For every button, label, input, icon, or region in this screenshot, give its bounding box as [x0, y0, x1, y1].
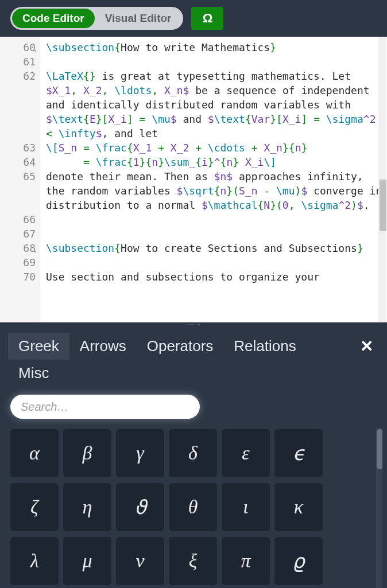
symbol-button[interactable]: α — [10, 429, 59, 477]
symbol-button[interactable]: κ — [274, 483, 323, 531]
code-line[interactable]: \subsection{How to create Sections and S… — [46, 241, 384, 255]
symbol-button[interactable]: ε — [222, 429, 270, 477]
line-number: 66 — [0, 212, 36, 227]
split-drag-handle[interactable]: ┈┈┈ — [0, 322, 387, 327]
symbol-button[interactable]: ν — [116, 537, 164, 585]
symbol-button[interactable]: δ — [169, 429, 217, 477]
palette-tab-greek[interactable]: Greek — [8, 333, 69, 360]
symbol-button[interactable]: ξ — [169, 537, 217, 585]
symbol-button[interactable]: η — [63, 483, 111, 531]
code-line[interactable]: denote their mean. Then as $n$ approache… — [46, 169, 384, 212]
line-number: 69 — [0, 255, 36, 270]
code-editor-tab[interactable]: Code Editor — [12, 9, 95, 28]
symbol-button[interactable]: ϵ — [274, 429, 323, 477]
symbol-button[interactable]: θ — [169, 483, 217, 531]
palette-tab-misc[interactable]: Misc — [8, 360, 59, 387]
line-number: 65 — [0, 169, 36, 212]
line-number: 67 — [0, 227, 36, 241]
palette-search-input[interactable] — [10, 395, 200, 419]
line-number: 61 — [0, 54, 36, 69]
symbol-button[interactable]: β — [63, 429, 111, 477]
palette-tab-operators[interactable]: Operators — [137, 333, 224, 360]
symbol-button[interactable]: ι — [222, 483, 270, 531]
palette-tab-arrows[interactable]: Arrows — [69, 333, 137, 360]
code-line[interactable] — [46, 227, 384, 241]
editor-scrollbar-thumb[interactable] — [380, 180, 386, 231]
symbol-button[interactable]: ϱ — [274, 537, 323, 585]
symbol-button[interactable]: ζ — [10, 483, 59, 531]
code-area[interactable]: \subsection{How to write Mathematics} \L… — [40, 37, 387, 322]
code-line[interactable]: = \frac{1}{n}\sum_{i}^{n} X_i\] — [46, 155, 384, 169]
visual-editor-tab[interactable]: Visual Editor — [95, 9, 182, 28]
palette-tabs-row: GreekArrowsOperatorsRelations✕Misc — [8, 333, 379, 387]
top-toolbar: Code Editor Visual Editor Ω — [0, 0, 387, 37]
code-line[interactable] — [46, 54, 384, 69]
code-line[interactable] — [46, 255, 384, 270]
symbol-button[interactable]: μ — [63, 537, 111, 585]
editor-mode-toggle: Code Editor Visual Editor — [10, 7, 183, 30]
line-number-gutter: 6061626364656667686970 — [0, 37, 40, 322]
code-line[interactable]: Use section and subsections to organize … — [46, 270, 384, 284]
line-number: 60 — [0, 40, 36, 54]
palette-close-button[interactable]: ✕ — [354, 334, 379, 358]
line-number: 63 — [0, 141, 36, 155]
editor-scrollbar-track[interactable] — [378, 37, 386, 322]
code-editor[interactable]: 6061626364656667686970 \subsection{How t… — [0, 37, 387, 322]
line-number: 70 — [0, 270, 36, 284]
symbol-button[interactable]: λ — [10, 537, 59, 585]
symbol-button[interactable]: γ — [116, 429, 164, 477]
palette-scrollbar-thumb[interactable] — [377, 429, 382, 469]
omega-icon: Ω — [203, 11, 213, 26]
symbol-grid: αβγδεϵζηϑθικλμνξπϱ — [8, 428, 382, 586]
palette-search-wrap — [8, 387, 379, 428]
line-number: 68 — [0, 241, 36, 255]
code-line[interactable]: \subsection{How to write Mathematics} — [46, 40, 384, 54]
palette-scrollbar-track[interactable] — [376, 428, 382, 588]
symbol-palette-toggle-button[interactable]: Ω — [191, 7, 223, 30]
line-number: 64 — [0, 155, 36, 169]
code-line[interactable]: \LaTeX{} is great at typesetting mathema… — [46, 69, 384, 141]
code-line[interactable] — [46, 212, 384, 227]
symbol-scroll-area: αβγδεϵζηϑθικλμνξπϱ — [8, 428, 382, 588]
code-line[interactable]: \[S_n = \frac{X_1 + X_2 + \cdots + X_n}{… — [46, 141, 384, 155]
symbol-button[interactable]: π — [222, 537, 270, 585]
symbol-palette: GreekArrowsOperatorsRelations✕Misc αβγδε… — [0, 327, 387, 588]
line-number: 62 — [0, 69, 36, 141]
symbol-button[interactable]: ϑ — [116, 483, 164, 531]
palette-tab-relations[interactable]: Relations — [223, 333, 306, 360]
